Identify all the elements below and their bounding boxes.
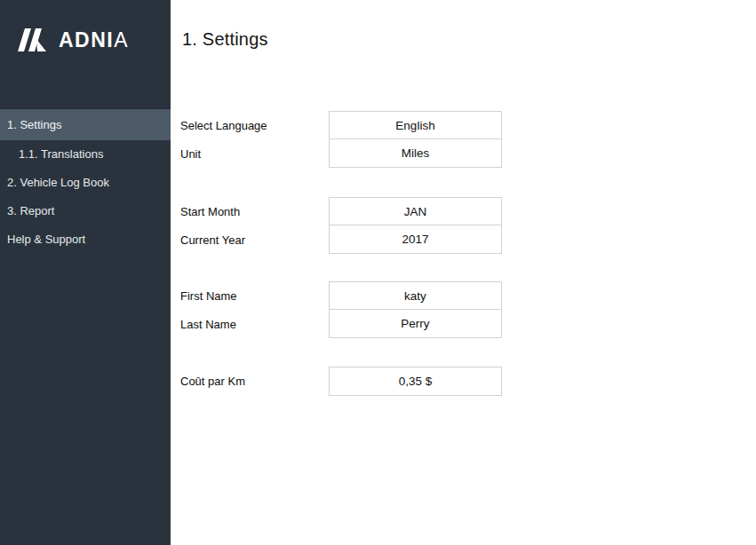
sidebar-item-report[interactable]: 3. Report — [0, 197, 171, 225]
select-language-label: Select Language — [180, 111, 267, 139]
current-year-label: Current Year — [180, 225, 245, 254]
page-title: 1. Settings — [182, 29, 268, 50]
brand-logo: ADNIA — [10, 24, 129, 56]
sidebar-item-label: 3. Report — [7, 204, 54, 217]
sidebar-item-vehicle-log-book[interactable]: 2. Vehicle Log Book — [0, 169, 171, 197]
adnia-logo-icon — [10, 24, 51, 56]
sidebar-item-label: 2. Vehicle Log Book — [7, 176, 109, 189]
field-row: First Name katy — [171, 281, 686, 310]
field-group-name: First Name katy Last Name Perry — [171, 281, 686, 338]
field-row: Unit Miles — [171, 139, 686, 168]
start-month-field[interactable]: JAN — [329, 197, 502, 225]
start-month-label: Start Month — [180, 197, 240, 225]
current-year-field[interactable]: 2017 — [329, 225, 502, 254]
field-group-month-year: Start Month JAN Current Year 2017 — [171, 197, 686, 254]
sidebar-item-translations[interactable]: 1.1. Translations — [0, 140, 171, 169]
first-name-label: First Name — [180, 281, 237, 310]
sidebar-nav: 1. Settings 1.1. Translations 2. Vehicle… — [0, 108, 171, 254]
field-group-language-unit: Select Language English Unit Miles — [171, 111, 686, 168]
select-language-field[interactable]: English — [329, 111, 502, 139]
sidebar-item-label: 1.1. Translations — [19, 147, 103, 161]
app-window: ADNIA 1. Settings 1.1. Translations 2. V… — [0, 0, 756, 545]
field-group-cost: Coût par Km 0,35 $ — [171, 367, 686, 396]
brand-name-light: A — [114, 28, 128, 51]
last-name-field[interactable]: Perry — [329, 310, 502, 338]
sidebar: ADNIA 1. Settings 1.1. Translations 2. V… — [0, 0, 171, 545]
sidebar-item-settings[interactable]: 1. Settings — [0, 108, 171, 140]
cost-per-km-field[interactable]: 0,35 $ — [329, 367, 502, 396]
field-row: Current Year 2017 — [171, 225, 686, 254]
unit-field[interactable]: Miles — [329, 139, 502, 168]
main-content: 1. Settings Select Language English Unit… — [171, 0, 756, 545]
unit-label: Unit — [180, 139, 201, 168]
last-name-label: Last Name — [180, 310, 236, 338]
brand-name-bold: ADNI — [59, 28, 114, 51]
cost-per-km-label: Coût par Km — [180, 367, 245, 396]
brand-name: ADNIA — [59, 24, 129, 56]
field-row: Last Name Perry — [171, 310, 686, 338]
field-row: Select Language English — [171, 111, 686, 139]
sidebar-item-help-support[interactable]: Help & Support — [0, 225, 171, 254]
sidebar-item-label: 1. Settings — [7, 118, 61, 131]
sidebar-item-label: Help & Support — [7, 233, 85, 246]
field-row: Start Month JAN — [171, 197, 686, 225]
field-row: Coût par Km 0,35 $ — [171, 367, 686, 396]
first-name-field[interactable]: katy — [329, 281, 502, 310]
